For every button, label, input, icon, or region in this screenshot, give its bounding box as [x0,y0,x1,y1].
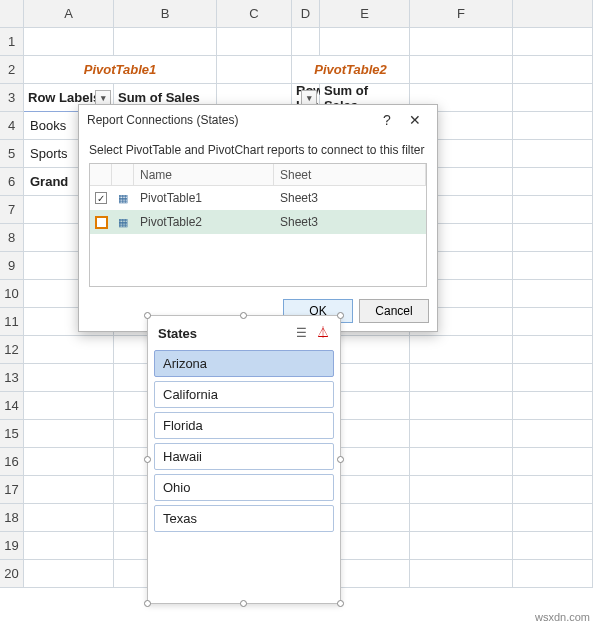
cell[interactable] [24,560,114,588]
cell[interactable] [24,504,114,532]
slicer-item[interactable]: Hawaii [154,443,334,470]
slicer-item[interactable]: Texas [154,505,334,532]
resize-handle[interactable] [337,456,344,463]
cell[interactable] [292,28,320,56]
slicer-item[interactable]: Ohio [154,474,334,501]
cell[interactable] [513,84,593,112]
cell[interactable] [24,476,114,504]
cell[interactable] [513,504,593,532]
row-header[interactable]: 9 [0,252,24,280]
row-header[interactable]: 3 [0,84,24,112]
row-header[interactable]: 13 [0,364,24,392]
cell[interactable] [513,196,593,224]
cell[interactable] [513,280,593,308]
dialog-list-row[interactable]: ✓ ▦ PivotTable1 Sheet3 [90,186,426,210]
row-header[interactable]: 10 [0,280,24,308]
cell[interactable] [513,140,593,168]
row-header[interactable]: 7 [0,196,24,224]
cell[interactable] [410,476,513,504]
row-header[interactable]: 5 [0,140,24,168]
slicer-item[interactable]: Arizona [154,350,334,377]
row-header[interactable]: 6 [0,168,24,196]
row-header[interactable]: 12 [0,336,24,364]
cell[interactable] [410,560,513,588]
col-header[interactable]: E [320,0,410,28]
cell[interactable] [513,476,593,504]
row-header[interactable]: 20 [0,560,24,588]
close-icon[interactable]: ✕ [401,112,429,128]
cell[interactable] [217,28,292,56]
cell[interactable] [513,56,593,84]
row-header[interactable]: 14 [0,392,24,420]
resize-handle[interactable] [337,312,344,319]
slicer-item[interactable]: California [154,381,334,408]
cell[interactable] [513,168,593,196]
cell[interactable] [114,28,217,56]
resize-handle[interactable] [144,456,151,463]
cell[interactable] [513,28,593,56]
cell[interactable] [320,28,410,56]
row-header[interactable]: 8 [0,224,24,252]
row-header[interactable]: 18 [0,504,24,532]
col-header[interactable]: B [114,0,217,28]
cell[interactable] [513,420,593,448]
cell[interactable] [410,28,513,56]
row-header[interactable]: 17 [0,476,24,504]
col-sheet: Sheet [274,164,426,185]
header-text: Row Labels [28,90,100,105]
cell[interactable] [513,448,593,476]
cell[interactable] [513,224,593,252]
cell[interactable] [410,56,513,84]
resize-handle[interactable] [144,600,151,607]
cell[interactable] [24,364,114,392]
cell[interactable] [513,392,593,420]
col-header[interactable]: C [217,0,292,28]
cell[interactable] [513,308,593,336]
cancel-button[interactable]: Cancel [359,299,429,323]
checkbox-icon[interactable] [95,216,108,229]
row-header[interactable]: 4 [0,112,24,140]
col-header[interactable]: F [410,0,513,28]
slicer-item[interactable]: Florida [154,412,334,439]
cell[interactable] [24,336,114,364]
help-icon[interactable]: ? [373,112,401,128]
cell[interactable] [410,392,513,420]
cell[interactable] [24,392,114,420]
cell[interactable] [513,252,593,280]
resize-handle[interactable] [337,600,344,607]
multi-select-icon[interactable]: ☰ [290,326,312,340]
cell[interactable] [217,56,292,84]
cell[interactable] [513,336,593,364]
dialog-titlebar[interactable]: Report Connections (States) ? ✕ [79,105,437,135]
cell[interactable] [24,28,114,56]
col-header[interactable]: D [292,0,320,28]
cell[interactable] [410,420,513,448]
resize-handle[interactable] [240,312,247,319]
row-header[interactable]: 2 [0,56,24,84]
cell[interactable] [24,448,114,476]
states-slicer[interactable]: States ☰ ⏃ Arizona California Florida Ha… [147,315,341,604]
row-header[interactable]: 19 [0,532,24,560]
cell[interactable] [410,504,513,532]
dialog-list-row[interactable]: ▦ PivotTable2 Sheet3 [90,210,426,234]
cell[interactable] [513,532,593,560]
row-header[interactable]: 16 [0,448,24,476]
row-header[interactable]: 15 [0,420,24,448]
cell[interactable] [24,420,114,448]
cell[interactable] [410,336,513,364]
row-header[interactable]: 1 [0,28,24,56]
clear-filter-icon[interactable]: ⏃ [312,326,334,340]
cell[interactable] [410,532,513,560]
resize-handle[interactable] [144,312,151,319]
cell[interactable] [513,112,593,140]
checkbox-icon[interactable]: ✓ [95,192,107,204]
cell[interactable] [24,532,114,560]
resize-handle[interactable] [240,600,247,607]
cell[interactable] [410,448,513,476]
cell[interactable] [513,560,593,588]
cell[interactable] [513,364,593,392]
col-header [513,0,593,28]
row-header[interactable]: 11 [0,308,24,336]
col-header[interactable]: A [24,0,114,28]
cell[interactable] [410,364,513,392]
